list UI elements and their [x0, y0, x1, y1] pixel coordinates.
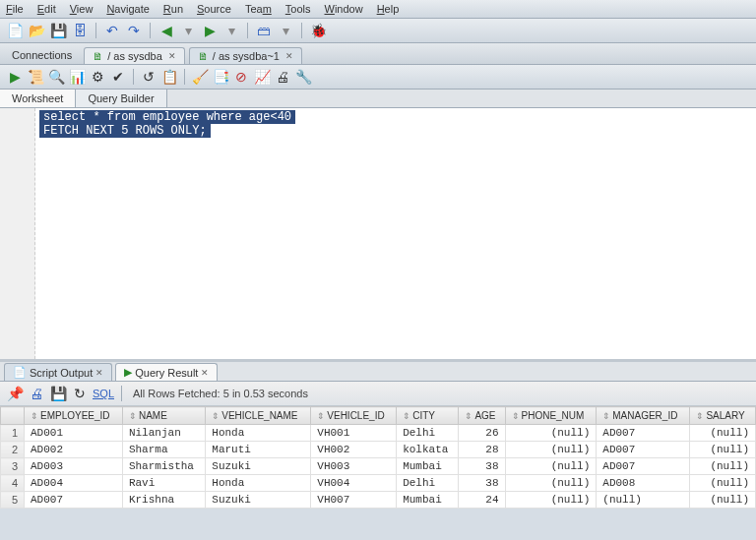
close-icon[interactable]: ✕	[201, 368, 209, 378]
cell-manager-id[interactable]: AD007	[597, 425, 690, 442]
save-all-icon[interactable]: 🗄	[71, 22, 89, 39]
refresh-icon[interactable]: ↻	[71, 385, 89, 402]
menu-source[interactable]: Source	[197, 3, 231, 15]
cell-salary[interactable]: (null)	[690, 492, 756, 509]
cell-name[interactable]: Krishna	[122, 492, 205, 509]
cell-name[interactable]: Nilanjan	[122, 425, 205, 442]
table-row[interactable]: 1AD001NilanjanHondaVH001Delhi26(null)AD0…	[1, 425, 756, 442]
close-icon[interactable]: ✕	[285, 51, 293, 61]
col-manager-id[interactable]: ⇕MANAGER_ID	[597, 407, 690, 425]
rownum[interactable]: 3	[1, 458, 25, 475]
dropdown-icon[interactable]: ▾	[179, 22, 197, 39]
dropdown-icon[interactable]: ▾	[277, 22, 294, 39]
menu-navigate[interactable]: Navigate	[106, 3, 149, 15]
tab-script-output[interactable]: 📄 Script Output ✕	[4, 363, 112, 381]
table-row[interactable]: 4AD004RaviHondaVH004Delhi38(null)AD008(n…	[1, 475, 756, 492]
cell-vehicle-name[interactable]: Honda	[206, 475, 311, 492]
cell-name[interactable]: Sharma	[122, 442, 205, 458]
cell-city[interactable]: Delhi	[397, 475, 459, 492]
unshared-icon[interactable]: 📋	[160, 68, 178, 86]
cell-age[interactable]: 28	[459, 442, 505, 458]
run-statement-icon[interactable]: ▶	[6, 68, 24, 86]
cell-phone-num[interactable]: (null)	[505, 475, 597, 492]
rownum[interactable]: 2	[1, 442, 25, 458]
menu-help[interactable]: Help	[377, 3, 400, 15]
cell-age[interactable]: 38	[459, 458, 505, 475]
cell-salary[interactable]: (null)	[690, 458, 756, 475]
cell-city[interactable]: Mumbai	[397, 492, 459, 509]
bug-icon[interactable]: 🐞	[309, 22, 327, 39]
cell-phone-num[interactable]: (null)	[505, 425, 597, 442]
monitor-icon[interactable]: 📈	[253, 68, 271, 86]
menu-team[interactable]: Team	[245, 3, 272, 15]
connections-label[interactable]: Connections	[4, 46, 80, 64]
export-icon[interactable]: 💾	[49, 385, 67, 402]
cell-employee-id[interactable]: AD004	[25, 475, 123, 492]
editor-content[interactable]: select * from employee where age<40 FETC…	[39, 110, 295, 138]
cell-city[interactable]: Mumbai	[397, 458, 459, 475]
cell-age[interactable]: 24	[459, 492, 505, 509]
new-icon[interactable]: 📄	[6, 22, 24, 39]
cell-salary[interactable]: (null)	[690, 425, 756, 442]
dropdown-icon[interactable]: ▾	[222, 22, 240, 39]
open-icon[interactable]: 📂	[28, 22, 45, 39]
cell-name[interactable]: Sharmistha	[122, 458, 205, 475]
cell-employee-id[interactable]: AD007	[25, 492, 123, 509]
menu-view[interactable]: View	[70, 3, 94, 15]
rownum[interactable]: 1	[1, 425, 25, 442]
cell-vehicle-id[interactable]: VH003	[311, 458, 397, 475]
owa-icon[interactable]: 🔧	[294, 68, 312, 86]
cell-city[interactable]: kolkata	[397, 442, 459, 458]
sql-line-1[interactable]: select * from employee where age<40	[39, 110, 295, 124]
cell-city[interactable]: Delhi	[397, 425, 459, 442]
menu-window[interactable]: Window	[325, 3, 363, 15]
cell-vehicle-id[interactable]: VH001	[311, 425, 397, 442]
explain-plan-icon[interactable]: 🔍	[47, 68, 65, 86]
tab-query-builder[interactable]: Query Builder	[76, 90, 166, 107]
menu-tools[interactable]: Tools	[285, 3, 311, 15]
col-vehicle-id[interactable]: ⇕VEHICLE_ID	[311, 407, 397, 425]
redo-icon[interactable]: ↷	[125, 22, 143, 39]
close-icon[interactable]: ✕	[95, 368, 103, 378]
col-city[interactable]: ⇕CITY	[397, 407, 459, 425]
cell-vehicle-name[interactable]: Suzuki	[206, 458, 311, 475]
col-age[interactable]: ⇕AGE	[459, 407, 505, 425]
close-icon[interactable]: ✕	[168, 51, 176, 61]
cell-phone-num[interactable]: (null)	[505, 442, 597, 458]
cell-employee-id[interactable]: AD002	[25, 442, 123, 458]
col-name[interactable]: ⇕NAME	[122, 407, 205, 425]
cell-vehicle-name[interactable]: Maruti	[206, 442, 311, 458]
commit-icon[interactable]: ✔	[109, 68, 127, 86]
cell-salary[interactable]: (null)	[690, 442, 756, 458]
cell-manager-id[interactable]: (null)	[597, 492, 690, 509]
doc-tab-sysdba[interactable]: 🗎 / as sysdba ✕	[84, 47, 185, 64]
dbms-output-icon[interactable]: 🖨	[274, 68, 291, 86]
pin-icon[interactable]: 📌	[6, 385, 24, 402]
run-script-icon[interactable]: 📜	[27, 68, 44, 86]
cell-manager-id[interactable]: AD007	[597, 458, 690, 475]
db-icon[interactable]: 🗃	[255, 22, 273, 39]
sql-tuning-icon[interactable]: ⚙	[89, 68, 106, 86]
save-icon[interactable]: 💾	[49, 22, 67, 39]
autotrace-icon[interactable]: 📊	[68, 68, 86, 86]
cell-employee-id[interactable]: AD001	[25, 425, 123, 442]
cancel-icon[interactable]: ⊘	[232, 68, 250, 86]
col-salary[interactable]: ⇕SALARY	[690, 407, 756, 425]
doc-tab-sysdba1[interactable]: 🗎 / as sysdba~1 ✕	[189, 47, 302, 64]
result-grid[interactable]: ⇕EMPLOYEE_ID ⇕NAME ⇕VEHICLE_NAME ⇕VEHICL…	[0, 406, 756, 509]
cell-age[interactable]: 26	[459, 425, 505, 442]
table-row[interactable]: 5AD007KrishnaSuzukiVH007Mumbai24(null)(n…	[1, 492, 756, 509]
print-icon[interactable]: 🖨	[28, 385, 45, 402]
cell-vehicle-name[interactable]: Suzuki	[206, 492, 311, 509]
cell-name[interactable]: Ravi	[122, 475, 205, 492]
cell-vehicle-name[interactable]: Honda	[206, 425, 311, 442]
back-icon[interactable]: ◀	[158, 22, 175, 39]
cell-vehicle-id[interactable]: VH004	[311, 475, 397, 492]
table-row[interactable]: 2AD002SharmaMarutiVH002kolkata28(null)AD…	[1, 442, 756, 458]
cell-manager-id[interactable]: AD007	[597, 442, 690, 458]
rollback-icon[interactable]: ↺	[140, 68, 158, 86]
tab-worksheet[interactable]: Worksheet	[0, 90, 76, 107]
tab-query-result[interactable]: ▶ Query Result ✕	[115, 363, 218, 381]
cell-vehicle-id[interactable]: VH002	[311, 442, 397, 458]
sql-editor[interactable]: select * from employee where age<40 FETC…	[0, 108, 756, 362]
